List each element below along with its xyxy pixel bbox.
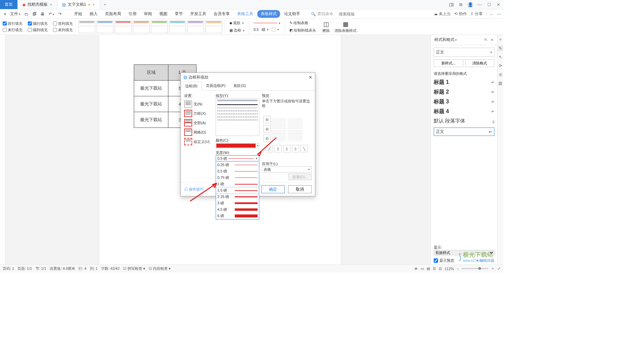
close-icon[interactable]: ✕ xyxy=(50,3,52,6)
brush-icon[interactable]: ✎ xyxy=(498,46,503,51)
menu-论文助手[interactable]: 论文助手 xyxy=(281,10,304,18)
menu-插入[interactable]: 插入 xyxy=(86,10,101,18)
width-option[interactable]: 0.75 磅 xyxy=(216,174,259,181)
cancel-button[interactable]: 取消 xyxy=(288,185,312,193)
close-panel-icon[interactable]: ✕ xyxy=(490,38,494,42)
tab-add[interactable]: ＋ xyxy=(100,0,110,9)
setting-all[interactable]: 全部(A) xyxy=(184,119,213,127)
tab-templates[interactable]: ◆ 找稻壳模板 ✕ xyxy=(18,0,57,9)
chk-last-row[interactable]: 末行填充 xyxy=(3,28,22,33)
width-select[interactable]: 0.5 磅▾ 0.25 磅0.5 磅0.75 磅1 磅1.5 磅2.25 磅3 … xyxy=(216,155,259,161)
zoom-out-icon[interactable]: − xyxy=(457,267,459,271)
menu-表格工具[interactable]: 表格工具 xyxy=(234,10,257,18)
window-maximize[interactable]: ☐ xyxy=(484,0,494,9)
draw-table-button[interactable]: ✎ 绘制表格 xyxy=(288,20,318,26)
pv-mid-btn[interactable]: ⊟ xyxy=(263,125,271,133)
print-preview-icon[interactable]: 🖶 xyxy=(39,11,46,17)
reader-view-icon[interactable] xyxy=(447,0,456,9)
layout-icon[interactable]: ▥ xyxy=(498,81,503,86)
view-web-icon[interactable]: ▤ xyxy=(427,266,430,271)
refresh-icon[interactable]: ⟳ xyxy=(498,63,503,68)
table-style-swatch[interactable] xyxy=(78,20,95,33)
menu-开发工具[interactable]: 开发工具 xyxy=(187,10,210,18)
width-option[interactable]: 4.5 磅 xyxy=(216,206,259,213)
chk-banded-col[interactable]: 隔列填充 xyxy=(28,28,48,33)
print-icon[interactable]: 🗐 xyxy=(31,11,38,17)
clear-style-button[interactable]: ▦清除表格样式 xyxy=(334,20,357,33)
ok-button[interactable]: 确定 xyxy=(261,185,285,193)
pv-diag2-btn[interactable]: ╲ xyxy=(301,145,308,152)
pv-vmid-btn[interactable]: ▯ xyxy=(283,145,290,152)
apps-icon[interactable] xyxy=(456,0,466,9)
redo-icon[interactable]: ↷ xyxy=(57,11,63,17)
pv-right-btn[interactable]: ▯ xyxy=(292,145,299,152)
eraser-button[interactable]: ◫擦除 xyxy=(322,20,330,33)
menu-章节[interactable]: 章节 xyxy=(171,10,186,18)
save-icon[interactable]: 🗀 xyxy=(23,11,30,17)
clear-format-button[interactable]: 清除格式 xyxy=(465,59,495,67)
fit-icon[interactable]: ⊡ xyxy=(439,266,442,271)
dlg-tab-pageborder[interactable]: 页面边框(P) xyxy=(202,82,230,90)
border-button[interactable]: ▦ 边框▾ xyxy=(228,27,246,34)
table-style-swatch[interactable] xyxy=(169,20,186,33)
dlg-tab-shading[interactable]: 底纹(S) xyxy=(229,82,250,90)
window-minimize[interactable]: — xyxy=(475,0,484,9)
menu-视图[interactable]: 视图 xyxy=(156,10,171,18)
width-option[interactable]: 1 磅 xyxy=(216,181,259,187)
menu-icon[interactable]: ≡ xyxy=(2,11,8,17)
current-style-select[interactable]: 正文▾ xyxy=(434,48,494,57)
border-style-select[interactable]: ▾ xyxy=(252,21,282,26)
width-option[interactable]: 6 磅 xyxy=(216,213,259,219)
menu-会员专享[interactable]: 会员专享 xyxy=(210,10,233,18)
ai-icon[interactable]: ✧ xyxy=(498,37,503,42)
shading-button[interactable]: ◆ 底纹▾ xyxy=(228,20,246,26)
menu-审阅[interactable]: 审阅 xyxy=(141,10,155,18)
eye-icon[interactable]: 👁 xyxy=(414,267,418,271)
table-style-swatch[interactable] xyxy=(205,20,222,33)
chk-first-row[interactable]: 首行填充 xyxy=(3,21,22,26)
table-style-swatch[interactable] xyxy=(151,20,168,33)
expand-icon[interactable]: ⤢ xyxy=(497,266,500,271)
chk-last-col[interactable]: 末列填充 xyxy=(53,28,73,33)
view-outline-icon[interactable]: ☰ xyxy=(433,266,436,271)
zoom-in-icon[interactable]: ＋ xyxy=(491,266,495,271)
share-button[interactable]: ⇪ 分享 xyxy=(470,11,483,17)
color-select[interactable]: ▾ xyxy=(216,143,259,148)
coop-button[interactable]: ⟲ 协作 xyxy=(454,11,467,17)
new-style-button[interactable]: 新样式... xyxy=(434,59,463,67)
pv-top-btn[interactable]: ⊟ xyxy=(263,116,271,123)
menu-表格样式[interactable]: 表格样式 xyxy=(257,10,280,18)
view-page-icon[interactable]: ▭ xyxy=(421,266,424,271)
cloud-status[interactable]: ☁ 未上云 xyxy=(434,11,451,17)
menu-引用[interactable]: 引用 xyxy=(125,10,140,18)
menu-开始[interactable]: 开始 xyxy=(71,10,86,18)
setting-custom[interactable]: 自定义(U) xyxy=(184,138,213,145)
border-width-select[interactable]: 0.5 磅▾ ▾ xyxy=(252,27,282,33)
style-item[interactable]: 标题 3↵ xyxy=(434,97,494,107)
style-item[interactable]: 标题 1↵ xyxy=(434,78,494,87)
cursor-icon[interactable]: ↖ xyxy=(498,54,503,60)
table-style-swatch[interactable] xyxy=(187,20,204,33)
location-icon[interactable]: ◎ xyxy=(498,72,503,77)
menu-页面布局[interactable]: 页面布局 xyxy=(102,10,124,18)
setting-grid[interactable]: 网格(D) xyxy=(184,129,213,136)
width-option[interactable]: 0.25 磅 xyxy=(216,162,259,168)
zoom-value[interactable]: 112% xyxy=(444,267,454,271)
toolbar-dropdown-icon[interactable]: ︿ xyxy=(490,11,494,17)
draw-diag-button[interactable]: ◩ 绘制斜线表头 xyxy=(288,27,318,34)
linetype-list[interactable] xyxy=(216,98,259,136)
table-style-swatch[interactable] xyxy=(115,20,131,33)
width-option[interactable]: 1.5 磅 xyxy=(216,187,259,194)
file-menu[interactable]: 文件▾ xyxy=(8,10,22,18)
window-close[interactable]: ✕ xyxy=(494,0,503,9)
tab-document[interactable]: ▤ 文字文稿1 ● ✕ xyxy=(57,0,100,9)
chk-banded-row[interactable]: 隔行填充 xyxy=(28,21,48,26)
width-option[interactable]: 3 磅 xyxy=(216,200,259,206)
dlg-tab-border[interactable]: 边框(B) xyxy=(181,82,202,91)
style-item[interactable]: 标题 4↵ xyxy=(434,107,494,116)
width-option[interactable]: 0.5 磅 xyxy=(216,168,259,174)
spellcheck-toggle[interactable]: ☑ 拼写检查 ▾ xyxy=(123,266,145,271)
contentcheck-toggle[interactable]: ☑ 内容检查 ▾ xyxy=(149,266,171,271)
selected-style-box[interactable]: 正文↵ xyxy=(434,128,494,136)
apply-select[interactable]: 表格▾ xyxy=(262,166,312,172)
